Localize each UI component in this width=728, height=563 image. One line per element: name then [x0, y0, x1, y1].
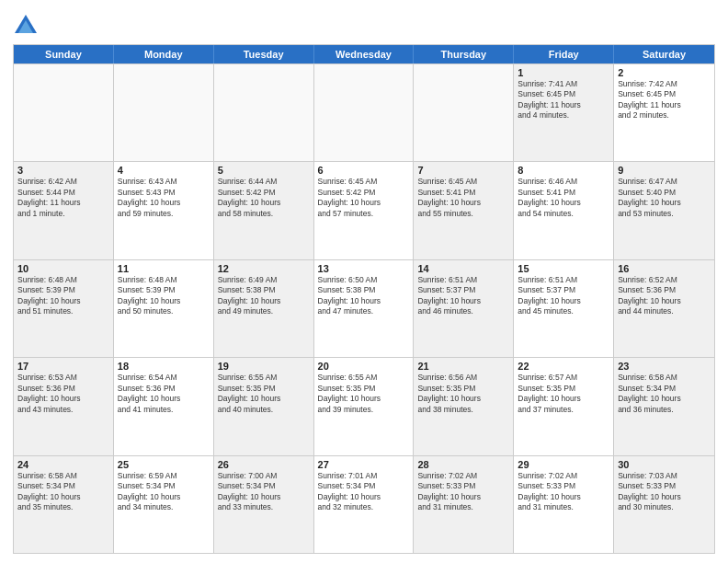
- day-info: Sunrise: 6:57 AM Sunset: 5:35 PM Dayligh…: [518, 373, 609, 415]
- calendar-cell-3-4: 21Sunrise: 6:56 AM Sunset: 5:35 PM Dayli…: [414, 358, 514, 454]
- day-info: Sunrise: 7:03 AM Sunset: 5:33 PM Dayligh…: [618, 471, 711, 513]
- calendar-cell-1-4: 7Sunrise: 6:45 AM Sunset: 5:41 PM Daylig…: [414, 162, 514, 259]
- calendar-cell-3-2: 19Sunrise: 6:55 AM Sunset: 5:35 PM Dayli…: [214, 358, 314, 454]
- day-info: Sunrise: 6:45 AM Sunset: 5:41 PM Dayligh…: [417, 177, 509, 219]
- day-number: 11: [118, 263, 210, 274]
- day-number: 26: [218, 459, 310, 470]
- day-number: 27: [318, 459, 410, 470]
- calendar-header: SundayMondayTuesdayWednesdayThursdayFrid…: [14, 45, 714, 63]
- day-info: Sunrise: 7:41 AM Sunset: 6:45 PM Dayligh…: [518, 79, 609, 121]
- header-day-friday: Friday: [514, 45, 614, 63]
- day-info: Sunrise: 6:47 AM Sunset: 5:40 PM Dayligh…: [618, 177, 711, 219]
- day-info: Sunrise: 7:02 AM Sunset: 5:33 PM Dayligh…: [417, 471, 509, 513]
- calendar-cell-3-6: 23Sunrise: 6:58 AM Sunset: 5:34 PM Dayli…: [614, 358, 714, 454]
- day-number: 7: [417, 165, 509, 176]
- calendar-cell-3-3: 20Sunrise: 6:55 AM Sunset: 5:35 PM Dayli…: [314, 358, 415, 454]
- day-number: 6: [318, 165, 410, 176]
- day-number: 3: [17, 165, 109, 176]
- day-info: Sunrise: 6:50 AM Sunset: 5:38 PM Dayligh…: [318, 275, 410, 317]
- calendar-cell-1-1: 4Sunrise: 6:43 AM Sunset: 5:43 PM Daylig…: [114, 162, 214, 259]
- day-number: 30: [618, 459, 711, 470]
- calendar-cell-0-3: [314, 64, 415, 161]
- calendar-row-2: 10Sunrise: 6:48 AM Sunset: 5:39 PM Dayli…: [14, 259, 714, 357]
- calendar-cell-0-1: [114, 64, 214, 161]
- day-info: Sunrise: 6:59 AM Sunset: 5:34 PM Dayligh…: [118, 471, 210, 513]
- day-number: 16: [618, 263, 711, 274]
- calendar-cell-4-4: 28Sunrise: 7:02 AM Sunset: 5:33 PM Dayli…: [414, 456, 514, 553]
- calendar-cell-2-0: 10Sunrise: 6:48 AM Sunset: 5:39 PM Dayli…: [14, 260, 114, 357]
- logo: [13, 13, 42, 39]
- header-day-wednesday: Wednesday: [314, 45, 415, 63]
- day-number: 13: [318, 263, 410, 274]
- calendar-cell-4-5: 29Sunrise: 7:02 AM Sunset: 5:33 PM Dayli…: [514, 456, 614, 553]
- calendar-cell-2-6: 16Sunrise: 6:52 AM Sunset: 5:36 PM Dayli…: [614, 260, 714, 357]
- day-number: 2: [618, 67, 711, 78]
- calendar-cell-2-1: 11Sunrise: 6:48 AM Sunset: 5:39 PM Dayli…: [114, 260, 214, 357]
- day-info: Sunrise: 6:58 AM Sunset: 5:34 PM Dayligh…: [17, 471, 109, 513]
- header-day-thursday: Thursday: [414, 45, 514, 63]
- calendar-cell-0-6: 2Sunrise: 7:42 AM Sunset: 6:45 PM Daylig…: [614, 64, 714, 161]
- calendar-cell-0-4: [414, 64, 514, 161]
- day-info: Sunrise: 6:58 AM Sunset: 5:34 PM Dayligh…: [618, 373, 711, 415]
- logo-icon: [13, 13, 39, 39]
- day-number: 12: [218, 263, 310, 274]
- day-info: Sunrise: 6:45 AM Sunset: 5:42 PM Dayligh…: [318, 177, 410, 219]
- day-info: Sunrise: 6:43 AM Sunset: 5:43 PM Dayligh…: [118, 177, 210, 219]
- day-number: 24: [17, 459, 109, 470]
- day-info: Sunrise: 6:48 AM Sunset: 5:39 PM Dayligh…: [17, 275, 109, 317]
- day-number: 9: [618, 165, 711, 176]
- calendar-cell-4-0: 24Sunrise: 6:58 AM Sunset: 5:34 PM Dayli…: [14, 456, 114, 553]
- day-info: Sunrise: 7:00 AM Sunset: 5:34 PM Dayligh…: [218, 471, 310, 513]
- day-number: 19: [218, 361, 310, 372]
- day-number: 22: [518, 361, 609, 372]
- calendar-body: 1Sunrise: 7:41 AM Sunset: 6:45 PM Daylig…: [14, 63, 714, 553]
- page: SundayMondayTuesdayWednesdayThursdayFrid…: [0, 0, 728, 563]
- day-info: Sunrise: 6:51 AM Sunset: 5:37 PM Dayligh…: [417, 275, 509, 317]
- day-info: Sunrise: 6:48 AM Sunset: 5:39 PM Dayligh…: [118, 275, 210, 317]
- day-number: 1: [518, 67, 609, 78]
- calendar-cell-2-3: 13Sunrise: 6:50 AM Sunset: 5:38 PM Dayli…: [314, 260, 415, 357]
- calendar-row-1: 3Sunrise: 6:42 AM Sunset: 5:44 PM Daylig…: [14, 161, 714, 259]
- calendar-row-3: 17Sunrise: 6:53 AM Sunset: 5:36 PM Dayli…: [14, 357, 714, 454]
- calendar-cell-3-0: 17Sunrise: 6:53 AM Sunset: 5:36 PM Dayli…: [14, 358, 114, 454]
- calendar-cell-1-2: 5Sunrise: 6:44 AM Sunset: 5:42 PM Daylig…: [214, 162, 314, 259]
- day-number: 21: [417, 361, 509, 372]
- calendar-cell-2-2: 12Sunrise: 6:49 AM Sunset: 5:38 PM Dayli…: [214, 260, 314, 357]
- day-info: Sunrise: 6:56 AM Sunset: 5:35 PM Dayligh…: [417, 373, 509, 415]
- day-number: 20: [318, 361, 410, 372]
- calendar-cell-2-5: 15Sunrise: 6:51 AM Sunset: 5:37 PM Dayli…: [514, 260, 614, 357]
- header-day-tuesday: Tuesday: [214, 45, 314, 63]
- header-day-sunday: Sunday: [14, 45, 114, 63]
- calendar-cell-2-4: 14Sunrise: 6:51 AM Sunset: 5:37 PM Dayli…: [414, 260, 514, 357]
- day-number: 8: [518, 165, 609, 176]
- day-number: 5: [218, 165, 310, 176]
- day-info: Sunrise: 7:02 AM Sunset: 5:33 PM Dayligh…: [518, 471, 609, 513]
- day-number: 4: [118, 165, 210, 176]
- day-info: Sunrise: 6:53 AM Sunset: 5:36 PM Dayligh…: [17, 373, 109, 415]
- day-number: 14: [417, 263, 509, 274]
- calendar-cell-1-5: 8Sunrise: 6:46 AM Sunset: 5:41 PM Daylig…: [514, 162, 614, 259]
- calendar-cell-0-2: [214, 64, 314, 161]
- day-info: Sunrise: 6:44 AM Sunset: 5:42 PM Dayligh…: [218, 177, 310, 219]
- day-number: 23: [618, 361, 711, 372]
- day-number: 10: [17, 263, 109, 274]
- calendar-cell-4-3: 27Sunrise: 7:01 AM Sunset: 5:34 PM Dayli…: [314, 456, 415, 553]
- day-number: 17: [17, 361, 109, 372]
- header-day-monday: Monday: [114, 45, 214, 63]
- calendar-cell-0-0: [14, 64, 114, 161]
- day-info: Sunrise: 6:52 AM Sunset: 5:36 PM Dayligh…: [618, 275, 711, 317]
- calendar-cell-1-6: 9Sunrise: 6:47 AM Sunset: 5:40 PM Daylig…: [614, 162, 714, 259]
- calendar-cell-3-5: 22Sunrise: 6:57 AM Sunset: 5:35 PM Dayli…: [514, 358, 614, 454]
- header: [13, 9, 715, 39]
- calendar-cell-1-0: 3Sunrise: 6:42 AM Sunset: 5:44 PM Daylig…: [14, 162, 114, 259]
- calendar: SundayMondayTuesdayWednesdayThursdayFrid…: [13, 44, 715, 554]
- header-day-saturday: Saturday: [614, 45, 714, 63]
- day-info: Sunrise: 6:42 AM Sunset: 5:44 PM Dayligh…: [17, 177, 109, 219]
- calendar-cell-4-6: 30Sunrise: 7:03 AM Sunset: 5:33 PM Dayli…: [614, 456, 714, 553]
- calendar-cell-1-3: 6Sunrise: 6:45 AM Sunset: 5:42 PM Daylig…: [314, 162, 415, 259]
- day-number: 15: [518, 263, 609, 274]
- day-info: Sunrise: 7:42 AM Sunset: 6:45 PM Dayligh…: [618, 79, 711, 121]
- day-number: 18: [118, 361, 210, 372]
- day-info: Sunrise: 6:55 AM Sunset: 5:35 PM Dayligh…: [218, 373, 310, 415]
- day-number: 25: [118, 459, 210, 470]
